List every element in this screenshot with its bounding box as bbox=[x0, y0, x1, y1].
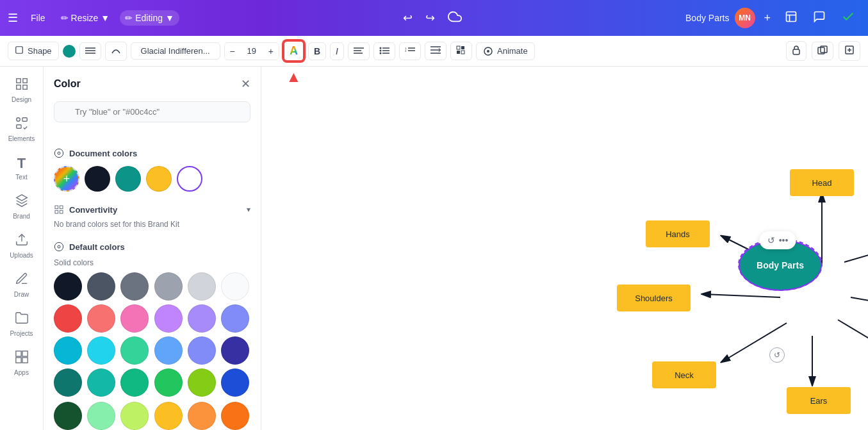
doc-color-black[interactable] bbox=[85, 166, 110, 192]
swatch-teal2[interactable] bbox=[87, 368, 115, 397]
swatch-lightgreen[interactable] bbox=[154, 368, 183, 397]
doc-color-teal[interactable] bbox=[115, 166, 141, 192]
swatch-red[interactable] bbox=[54, 304, 82, 333]
swatch-lightgray[interactable] bbox=[188, 272, 216, 301]
swatch-indigo[interactable] bbox=[221, 304, 249, 333]
file-menu[interactable]: File bbox=[26, 10, 51, 26]
convertivity-chevron-icon[interactable]: ▾ bbox=[247, 205, 250, 214]
add-color-button[interactable]: + bbox=[54, 166, 79, 192]
sidebar-item-projects[interactable]: Projects bbox=[3, 306, 40, 342]
swatch-darkindigo[interactable] bbox=[221, 336, 249, 365]
color-panel-title: Color bbox=[54, 78, 81, 90]
swatch-brightgreen[interactable] bbox=[87, 402, 115, 430]
add-page-button[interactable] bbox=[839, 41, 860, 61]
cloud-save-button[interactable] bbox=[444, 7, 466, 29]
node-ears[interactable]: Ears bbox=[787, 387, 851, 414]
bold-button[interactable]: B bbox=[308, 42, 326, 60]
add-collaborator-button[interactable]: + bbox=[760, 10, 775, 26]
swatch-cyan[interactable] bbox=[54, 336, 82, 365]
doc-color-purple-outline[interactable] bbox=[177, 166, 202, 192]
bullet-list-button[interactable] bbox=[373, 42, 395, 60]
sidebar-item-apps[interactable]: Apps bbox=[3, 345, 40, 381]
resize-menu[interactable]: ✏ Resize ▼ bbox=[56, 10, 115, 26]
color-panel-close-button[interactable]: ✕ bbox=[241, 77, 250, 91]
svg-rect-36 bbox=[22, 85, 26, 89]
design-icon bbox=[15, 77, 29, 94]
sidebar-item-text[interactable]: T Text bbox=[3, 150, 40, 186]
design-label: Design bbox=[12, 96, 31, 103]
swatch-lightred[interactable] bbox=[87, 304, 115, 333]
elements-icon bbox=[15, 116, 29, 133]
swatch-darkteal[interactable] bbox=[54, 368, 82, 397]
swatch-lightpurple[interactable] bbox=[154, 304, 183, 333]
sidebar-item-elements[interactable]: Elements bbox=[3, 111, 40, 147]
numbered-list-button[interactable]: 1.2. bbox=[399, 42, 421, 60]
font-size-decrease[interactable]: − bbox=[225, 43, 240, 60]
sidebar-item-draw[interactable]: Draw bbox=[3, 267, 40, 303]
redo-button[interactable]: ↪ bbox=[422, 8, 439, 28]
svg-point-10 bbox=[379, 49, 381, 51]
lock-button[interactable] bbox=[786, 41, 807, 61]
node-refresh-icon[interactable]: ↺ bbox=[767, 235, 775, 245]
sidebar-item-uploads[interactable]: Uploads bbox=[3, 227, 40, 264]
swatch-darkblue[interactable] bbox=[221, 368, 249, 397]
swatch-white[interactable] bbox=[221, 272, 249, 301]
lines-button[interactable] bbox=[79, 42, 101, 60]
text-align-button[interactable] bbox=[348, 42, 370, 60]
spacing-button[interactable] bbox=[425, 42, 446, 60]
menu-icon[interactable]: ☰ bbox=[8, 11, 18, 25]
swatch-violet[interactable] bbox=[188, 304, 216, 333]
swatch-yellow[interactable] bbox=[154, 402, 183, 430]
swatch-lime[interactable] bbox=[188, 368, 216, 397]
shape-button[interactable]: Shape bbox=[8, 42, 59, 60]
swatch-amber[interactable] bbox=[188, 402, 216, 430]
swatch-brightlime[interactable] bbox=[120, 402, 149, 430]
publish-button[interactable] bbox=[836, 7, 860, 29]
swatch-orange[interactable] bbox=[221, 402, 249, 430]
font-selector[interactable]: Glacial Indifferen... bbox=[131, 42, 220, 60]
doc-color-yellow[interactable] bbox=[146, 166, 172, 192]
swatch-black[interactable] bbox=[54, 272, 82, 301]
pencil-icon: ✏ bbox=[61, 13, 69, 23]
svg-point-26 bbox=[487, 50, 489, 53]
duplicate-button[interactable] bbox=[812, 42, 833, 60]
swatch-darkgreen[interactable] bbox=[54, 402, 82, 430]
text-color-button[interactable]: A bbox=[283, 40, 304, 62]
swatch-medgray[interactable] bbox=[154, 272, 183, 301]
text-icon: T bbox=[17, 155, 26, 172]
italic-button[interactable]: I bbox=[330, 42, 344, 60]
node-neck[interactable]: Neck bbox=[652, 361, 716, 388]
color-search-input[interactable] bbox=[54, 101, 250, 122]
node-shoulders[interactable]: Shoulders bbox=[617, 285, 691, 311]
color-picker-button[interactable] bbox=[63, 45, 76, 58]
convertivity-icon bbox=[54, 204, 64, 215]
curve-button[interactable] bbox=[105, 42, 127, 61]
sidebar-item-design[interactable]: Design bbox=[3, 72, 40, 108]
user-avatar[interactable]: MN bbox=[735, 8, 755, 28]
comment-button[interactable] bbox=[808, 8, 831, 28]
swatch-blue[interactable] bbox=[154, 336, 183, 365]
default-colors-title: Default colors bbox=[69, 242, 125, 252]
swatch-pink[interactable] bbox=[120, 304, 149, 333]
swatch-gray[interactable] bbox=[120, 272, 149, 301]
node-more-icon[interactable]: ••• bbox=[779, 235, 789, 245]
font-size-increase[interactable]: + bbox=[263, 43, 279, 60]
texture-button[interactable] bbox=[450, 42, 472, 60]
animate-button[interactable]: Animate bbox=[476, 42, 535, 60]
swatch-darkgray[interactable] bbox=[87, 272, 115, 301]
node-head[interactable]: Head bbox=[790, 169, 854, 196]
chart-button[interactable] bbox=[780, 8, 803, 28]
swatch-lightcyan[interactable] bbox=[87, 336, 115, 365]
canvas-area[interactable]: Body Parts ↺ ••• Head Nose Chin Forehead… bbox=[261, 67, 868, 430]
swatch-purple2[interactable] bbox=[188, 336, 216, 365]
swatch-emerald[interactable] bbox=[120, 336, 149, 365]
svg-rect-52 bbox=[60, 210, 63, 213]
undo-button[interactable]: ↩ bbox=[399, 8, 416, 28]
sidebar-item-brand[interactable]: Brand bbox=[3, 188, 40, 225]
convertivity-section: Convertivity ▾ bbox=[54, 204, 250, 215]
swatch-green[interactable] bbox=[120, 368, 149, 397]
node-hands[interactable]: Hands bbox=[646, 220, 710, 247]
svg-rect-50 bbox=[60, 206, 63, 209]
rotation-handle[interactable]: ↺ bbox=[769, 347, 785, 363]
editing-menu[interactable]: ✏ Editing ▼ bbox=[120, 10, 179, 26]
